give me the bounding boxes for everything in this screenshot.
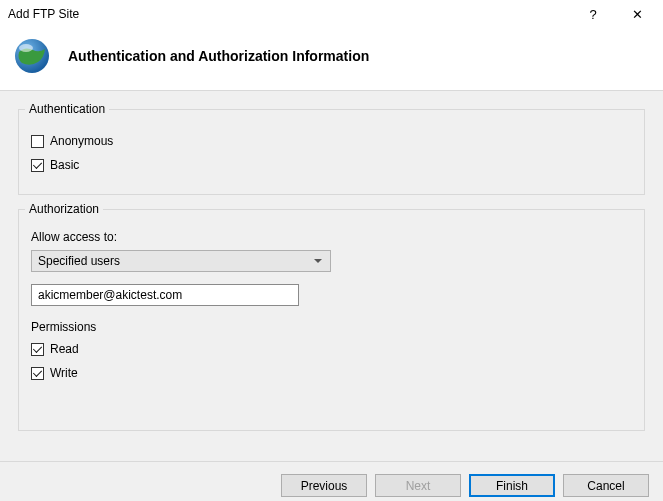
finish-button[interactable]: Finish xyxy=(469,474,555,497)
checkbox-icon xyxy=(31,343,44,356)
checkbox-icon xyxy=(31,135,44,148)
window-title: Add FTP Site xyxy=(8,7,571,21)
read-checkbox[interactable]: Read xyxy=(31,342,632,356)
basic-checkbox[interactable]: Basic xyxy=(31,158,632,172)
permissions-label: Permissions xyxy=(31,320,632,334)
allow-access-selected-value: Specified users xyxy=(38,254,120,268)
page-title: Authentication and Authorization Informa… xyxy=(68,48,369,64)
allow-access-label: Allow access to: xyxy=(31,230,632,244)
specified-users-input[interactable] xyxy=(31,284,299,306)
authentication-group: Authentication Anonymous Basic xyxy=(18,109,645,195)
titlebar: Add FTP Site ? ✕ xyxy=(0,0,663,28)
wizard-header: Authentication and Authorization Informa… xyxy=(0,28,663,91)
next-button: Next xyxy=(375,474,461,497)
anonymous-checkbox-label: Anonymous xyxy=(50,134,113,148)
cancel-button[interactable]: Cancel xyxy=(563,474,649,497)
checkbox-icon xyxy=(31,159,44,172)
allow-access-select[interactable]: Specified users xyxy=(31,250,331,272)
close-button[interactable]: ✕ xyxy=(615,0,659,28)
read-checkbox-label: Read xyxy=(50,342,79,356)
chevron-down-icon xyxy=(314,259,322,263)
previous-button[interactable]: Previous xyxy=(281,474,367,497)
anonymous-checkbox[interactable]: Anonymous xyxy=(31,134,632,148)
write-checkbox-label: Write xyxy=(50,366,78,380)
authorization-group-label: Authorization xyxy=(25,202,103,216)
close-icon: ✕ xyxy=(632,7,643,22)
help-icon: ? xyxy=(589,7,596,22)
authorization-group: Authorization Allow access to: Specified… xyxy=(18,209,645,431)
checkbox-icon xyxy=(31,367,44,380)
svg-point-1 xyxy=(19,44,33,52)
write-checkbox[interactable]: Write xyxy=(31,366,632,380)
wizard-footer: Previous Next Finish Cancel xyxy=(0,461,663,501)
wizard-body: Authentication Anonymous Basic Authoriza… xyxy=(0,91,663,461)
globe-icon xyxy=(12,36,52,76)
help-button[interactable]: ? xyxy=(571,0,615,28)
authentication-group-label: Authentication xyxy=(25,102,109,116)
basic-checkbox-label: Basic xyxy=(50,158,79,172)
